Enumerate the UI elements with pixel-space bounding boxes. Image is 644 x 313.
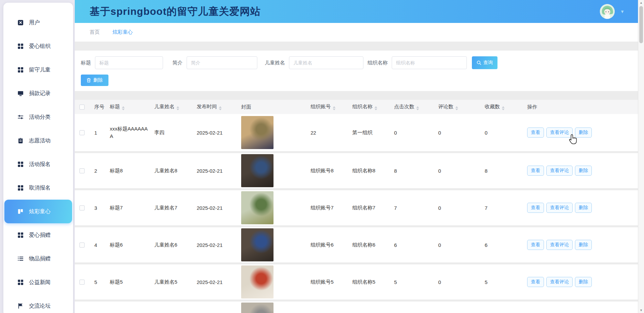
sidebar-item-love-organization[interactable]: 爱心组织 [3,34,73,58]
cell-publish-date: 2025-02-21 [194,205,238,211]
cell-clicks: 6 [391,242,436,248]
sort-icon[interactable] [502,106,505,110]
sidebar-item-cancel-signup[interactable]: 取消报名 [3,176,73,200]
sort-icon[interactable] [219,106,222,110]
sort-icon[interactable] [176,106,179,110]
delete-button[interactable]: 删除 [575,277,592,287]
view-comments-button[interactable]: 查看评论 [546,166,573,176]
sort-icon[interactable] [455,106,458,110]
cell-index: 4 [92,242,107,248]
sort-icon[interactable] [333,106,335,110]
sidebar-item-users[interactable]: 用户 [3,11,73,34]
filter-row: 标题简介儿童姓名组织名称查询 [81,56,638,69]
scrollbar-thumb[interactable] [639,6,643,43]
row-checkbox[interactable] [79,280,85,285]
cell-favorites: 6 [482,242,524,248]
view-button[interactable]: 查看 [527,166,544,176]
delete-button[interactable]: 删除 [575,166,592,176]
sidebar-item-label: 爱心捐赠 [29,232,51,239]
cover-image [241,303,273,313]
filter-input-title[interactable] [95,56,163,69]
view-comments-button[interactable]: 查看评论 [546,277,573,287]
table-row: 3标题7儿童姓名72025-02-21组织账号7组织名称7707查看查看评论删除 [75,188,638,225]
delete-button[interactable]: 删除 [575,127,592,138]
column-header-ops: 操作 [524,104,638,110]
select-all-checkbox[interactable] [79,105,85,110]
column-header-org_name[interactable]: 组织名称 [350,104,391,110]
filter-group-title: 标题 [81,56,163,69]
sidebar-item-colorful-childheart[interactable]: 炫彩童心 [4,200,72,223]
sort-icon[interactable] [416,106,419,110]
sidebar-item-activity-category[interactable]: 活动分类 [3,105,73,129]
delete-button[interactable]: 删除 [575,203,592,213]
cell-org-name: 组织名称5 [350,279,391,285]
view-button[interactable]: 查看 [527,203,544,213]
scroll-down-icon[interactable]: ▼ [638,308,644,313]
column-header-org_account[interactable]: 组织账号 [308,104,350,110]
sidebar-item-volunteer-activity[interactable]: 志愿活动 [3,129,73,152]
view-comments-button[interactable]: 查看评论 [546,203,573,213]
user-menu-caret-icon[interactable]: ▼ [620,9,624,14]
sidebar-item-donation-records[interactable]: 捐款记录 [3,82,73,105]
view-comments-button[interactable]: 查看评论 [546,240,573,250]
table-row: 1xxx标题AAAAAAA李四2025-02-2122第一组织000查看查看评论… [75,114,638,151]
cell-comments: 0 [436,279,482,285]
row-actions: 查看查看评论删除 [524,127,638,138]
grid-icon [18,43,24,49]
filter-input-child-name[interactable] [289,56,363,69]
vertical-scrollbar[interactable]: ▲ ▼ [638,0,644,313]
sidebar-item-label: 炫彩童心 [29,208,51,215]
column-header-favorites[interactable]: 收藏数 [482,104,524,110]
cell-favorites: 7 [482,205,524,211]
column-header-clicks[interactable]: 点击次数 [391,104,436,110]
cell-title: 标题8 [107,167,152,174]
sliders-icon [18,114,24,120]
sidebar-item-left-behind-children[interactable]: 留守儿童 [3,58,73,82]
row-actions: 查看查看评论删除 [524,240,638,250]
cover-image [241,116,273,149]
scroll-up-icon[interactable]: ▲ [638,0,644,5]
sidebar-item-forum[interactable]: 交流论坛 [3,294,73,313]
cell-publish-date: 2025-02-21 [194,279,238,285]
sort-icon[interactable] [122,106,125,110]
column-header-child_name[interactable]: 儿童姓名 [152,104,194,110]
row-checkbox[interactable] [79,205,85,210]
sort-icon[interactable] [375,106,377,110]
column-header-publish_date[interactable]: 发布时间 [194,104,238,110]
view-comments-button[interactable]: 查看评论 [546,127,573,138]
view-button[interactable]: 查看 [527,127,544,138]
breadcrumb-item-home[interactable]: 首页 [90,29,100,35]
bulk-delete-button[interactable]: 删除 [81,75,108,86]
cell-comments: 0 [436,242,482,248]
sidebar-item-charity-news[interactable]: 公益新闻 [3,271,73,294]
filter-input-intro[interactable] [187,56,257,69]
search-button[interactable]: 查询 [472,56,497,69]
sidebar-item-activity-signup[interactable]: 活动报名 [3,152,73,176]
sidebar-item-item-donation[interactable]: 物品捐赠 [3,247,73,271]
filter-label-child-name: 儿童姓名 [265,60,285,66]
monitor-icon [18,90,24,96]
sidebar-item-label: 留守儿童 [29,66,51,74]
column-header-title[interactable]: 标题 [107,104,152,110]
sidebar-item-label: 公益新闻 [29,279,51,286]
search-icon [477,60,481,65]
column-header-comments[interactable]: 评论数 [436,104,482,110]
sidebar-item-love-donation[interactable]: 爱心捐赠 [3,223,73,247]
list-icon [18,256,24,262]
page-title: 基于springboot的留守儿童关爱网站 [90,5,600,19]
cell-index: 1 [92,130,107,136]
row-checkbox[interactable] [79,243,85,248]
breadcrumb-item-colorful-childheart[interactable]: 炫彩童心 [112,29,133,35]
row-checkbox[interactable] [79,168,85,173]
user-avatar[interactable] [600,4,615,19]
row-checkbox[interactable] [79,130,85,135]
view-button[interactable]: 查看 [527,277,544,287]
column-header-cover: 封面 [238,104,308,110]
cell-org-account: 组织账号5 [308,279,350,285]
cell-org-account: 22 [308,130,350,136]
delete-button[interactable]: 删除 [575,240,592,250]
filter-input-org-name[interactable] [392,56,467,69]
view-button[interactable]: 查看 [527,240,544,250]
cell-org-account: 组织账号8 [308,168,350,174]
trash-icon [87,78,91,83]
